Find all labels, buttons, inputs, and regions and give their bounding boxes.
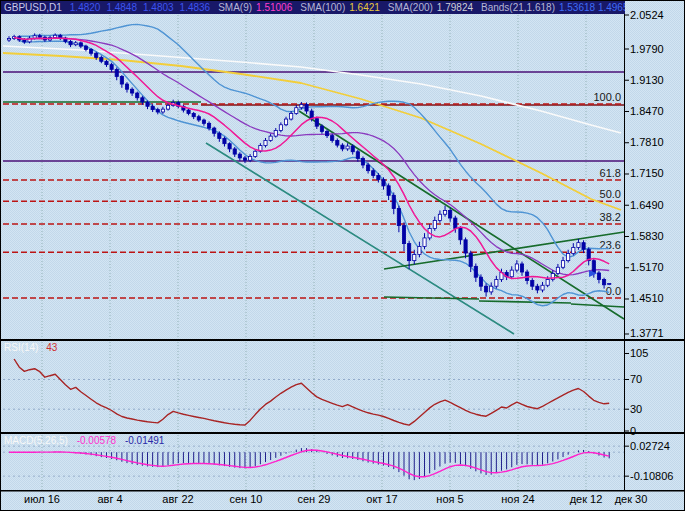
candle-body: [218, 133, 221, 138]
open-value: 1.4820: [70, 1, 101, 14]
rsi-indicator-label: RSI(14) 43: [4, 342, 57, 353]
time-axis-label: авг 4: [82, 493, 138, 505]
candle-body: [510, 270, 513, 277]
fib-level-label: 38.2: [600, 211, 621, 223]
candle-body: [136, 93, 139, 98]
candle-body: [115, 69, 118, 76]
candle-body: [577, 243, 580, 248]
candle-body: [449, 210, 452, 218]
time-axis-label: окт 17: [354, 493, 410, 505]
candle-body: [264, 140, 267, 145]
candle-body: [469, 253, 472, 266]
price-tick-label: 1.7150: [630, 167, 664, 179]
fib-level-label: 100.0: [593, 91, 621, 103]
price-tick-label: 1.7810: [630, 136, 664, 148]
indicator-legend: SMA(9)1.51006SMA(100)1.6421SMA(200)1.798…: [218, 1, 625, 14]
price-tick-label: 1.3771: [630, 327, 664, 339]
candle-body: [249, 156, 252, 160]
candle-body: [546, 280, 549, 286]
chart-window: GBPUSD,D1 1.4820 1.4848 1.4803 1.4836 SM…: [0, 0, 685, 511]
candle-body: [341, 145, 344, 149]
legend-indicator-value: 1.6421: [349, 2, 380, 13]
candle-body: [433, 220, 436, 228]
candle-body: [38, 36, 41, 37]
fib-level-label: 0.0: [606, 285, 621, 297]
candle-body: [474, 266, 477, 277]
panel-separator: [1, 490, 685, 492]
candle-body: [367, 165, 370, 171]
candle-body: [356, 152, 359, 159]
rsi-tick-label: 70: [630, 373, 642, 385]
candle-body: [228, 144, 231, 149]
legend-indicator: SMA(200)1.79824: [388, 2, 473, 13]
rsi-line: [14, 359, 609, 425]
candle-body: [531, 281, 534, 287]
legend-indicator-name: Bands(21,1.618): [481, 2, 555, 13]
candle-body: [125, 84, 128, 89]
rsi-value: 43: [46, 342, 57, 353]
price-tick-label: 1.9130: [630, 74, 664, 86]
candle-body: [413, 254, 416, 260]
candle-body: [192, 113, 195, 116]
symbol-timeframe-label: GBPUSD,D1: [4, 1, 62, 14]
candle-body: [397, 209, 400, 226]
macd-name: MACD(5,26,5): [4, 435, 68, 446]
candle-body: [100, 58, 103, 62]
time-axis-label: дек 30: [603, 493, 659, 505]
legend-bar: GBPUSD,D1 1.4820 1.4848 1.4803 1.4836 SM…: [1, 1, 625, 14]
candle-body: [382, 180, 385, 186]
sma100-line: [3, 53, 621, 210]
candle-body: [336, 140, 339, 145]
candle-body: [377, 175, 380, 179]
candle-body: [213, 128, 216, 133]
macd-tick-label: -0.10806: [630, 470, 673, 482]
candle-body: [166, 105, 169, 109]
candle-body: [361, 158, 364, 165]
candle-body: [300, 104, 303, 107]
ohlc-values: 1.4820 1.4848 1.4803 1.4836: [70, 1, 210, 14]
panel-separator: [1, 339, 685, 341]
candle-body: [54, 35, 57, 37]
legend-indicator-value: 1.51006: [256, 2, 292, 13]
candle-body: [197, 117, 200, 120]
rsi-tick-label: 30: [630, 403, 642, 415]
legend-indicator-value: 1.79824: [437, 2, 473, 13]
candle-body: [402, 226, 405, 244]
legend-indicator: Bands(21,1.618)1.53618 1.49651: [481, 2, 625, 13]
candle-body: [561, 261, 564, 268]
candle-body: [320, 126, 323, 131]
candle-body: [572, 247, 575, 253]
candle-body: [146, 102, 149, 106]
candle-body: [284, 119, 287, 125]
support-segment-2: [479, 301, 571, 303]
candle-body: [372, 171, 375, 176]
candle-body: [567, 254, 570, 261]
candle-body: [582, 243, 585, 250]
candle-body: [238, 154, 241, 158]
candle-body: [325, 131, 328, 135]
candle-body: [315, 119, 318, 127]
candle-body: [387, 186, 390, 195]
candle-body: [305, 104, 308, 111]
rsi-tick-label: 0: [630, 425, 636, 437]
candle-body: [290, 113, 293, 119]
candle-body: [84, 46, 87, 49]
rsi-tick-label: 105: [630, 347, 648, 359]
panel-separator: [1, 432, 685, 434]
candle-body: [279, 125, 282, 131]
candle-body: [269, 136, 272, 140]
candle-body: [207, 123, 210, 128]
candle-body: [346, 146, 349, 149]
price-tick-label: 1.5830: [630, 230, 664, 242]
candle-body: [536, 286, 539, 290]
candle-body: [243, 158, 246, 160]
candle-body: [597, 273, 600, 280]
time-axis-label: сен 29: [286, 493, 342, 505]
sma9-line: [14, 38, 609, 279]
candle-body: [79, 43, 82, 46]
candle-body: [490, 286, 493, 292]
candle-body: [151, 106, 154, 109]
candle-body: [556, 267, 559, 273]
legend-indicator: SMA(9)1.51006: [218, 2, 292, 13]
candle-body: [608, 284, 611, 285]
